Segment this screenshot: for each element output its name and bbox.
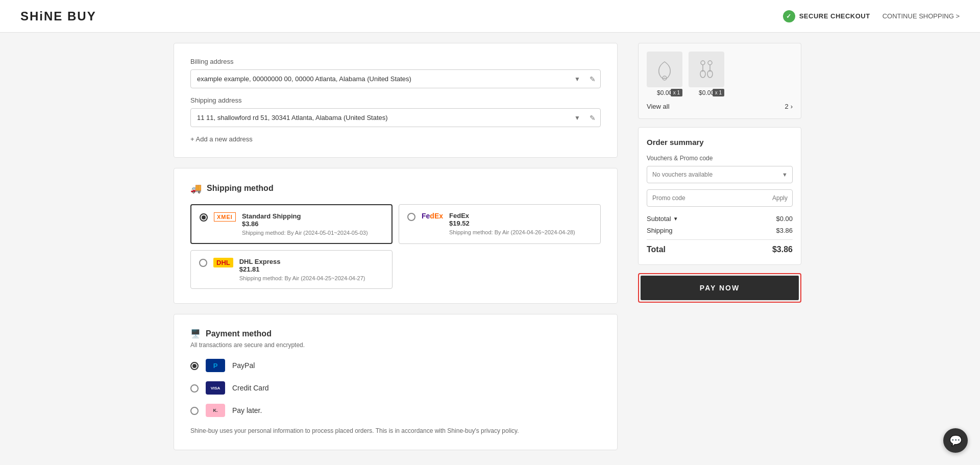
product-image-2 [689,52,724,87]
promo-apply-button[interactable]: Apply [772,194,788,202]
secure-icon: ✓ [783,10,795,22]
pay-now-button[interactable]: PAY NOW [641,276,799,300]
right-panel: x 1 $0.00 x 1 [638,43,801,303]
total-row: Total $3.86 [647,245,793,254]
svg-point-1 [701,61,705,65]
radio-fedex [407,213,415,221]
fedex-shipping-date: Shipping method: By Air (2024-04-26~2024… [449,229,592,235]
logo: SHiNE BUY [20,9,96,23]
klarna-icon: K. [206,404,225,417]
subtotal-chevron-icon: ▼ [673,216,678,222]
paypal-label: PayPal [232,361,255,370]
fedex-shipping-info: FedEx $19.52 Shipping method: By Air (20… [449,212,592,235]
fedex-shipping-name: FedEx [449,212,592,219]
shipping-truck-icon: 🚚 [190,183,202,194]
billing-label: Billing address [190,58,601,65]
subtotal-label: Subtotal ▼ [647,215,678,223]
shipping-label: Shipping [647,227,673,234]
credit-card-icon: VISA [206,381,225,395]
view-all-label: View all [647,103,670,110]
products-row: x 1 $0.00 x 1 [647,52,793,96]
standard-shipping-date: Shipping method: By Air (2024-05-01~2024… [242,230,383,236]
billing-address-wrapper: example example, 00000000 00, 00000 Atla… [190,69,601,88]
product-thumb-2: x 1 $0.00 [689,52,724,96]
payment-subtitle: All transactions are secure and encrypte… [190,341,601,349]
shipping-option-standard[interactable]: XMEI Standard Shipping $3.86 Shipping me… [190,204,393,244]
payment-option-paypal[interactable]: P PayPal [190,359,601,372]
products-card: x 1 $0.00 x 1 [638,43,801,119]
product-thumb-1: x 1 $0.00 [647,52,682,96]
voucher-select-wrapper: No vouchers available ▼ [647,166,793,183]
credit-card-label: Credit Card [232,384,269,392]
header-right: ✓ SECURE CHECKOUT CONTINUE SHOPPING > [783,10,960,22]
privacy-note: Shine-buy uses your personal information… [190,426,601,435]
payment-method-title: 🖥️ Payment method [190,329,601,338]
billing-section: Billing address example example, 0000000… [174,43,618,158]
shipping-address-wrapper: 11 11, shallowford rd 51, 30341 Atlanta,… [190,108,601,127]
secure-checkout-label: ✓ SECURE CHECKOUT [783,10,870,22]
product-badge-1: x 1 [671,89,682,96]
product-badge-2: x 1 [713,89,724,96]
xmei-logo: XMEI [214,212,236,222]
radio-credit-card [190,384,199,393]
standard-shipping-price: $3.86 [242,220,383,228]
standard-shipping-name: Standard Shipping [242,212,383,220]
billing-address-select[interactable]: example example, 00000000 00, 00000 Atla… [190,69,601,88]
radio-dhl [199,259,207,267]
payment-option-pay-later[interactable]: K. Pay later. [190,404,601,417]
payment-method-section: 🖥️ Payment method All transactions are s… [174,314,618,450]
radio-paypal [190,362,199,370]
shipping-value: $3.86 [776,227,793,234]
paypal-icon: P [206,359,225,372]
order-summary-title: Order summary [647,138,793,146]
promo-code-input[interactable] [647,189,793,207]
necklace-svg [652,57,677,82]
view-all-row[interactable]: View all 2 › [647,103,793,110]
shipping-address-label: Shipping address [190,96,601,104]
left-panel: Billing address example example, 0000000… [174,43,638,460]
promo-input-wrapper: Apply [647,189,793,207]
billing-edit-button[interactable]: ✎ [590,75,596,83]
shipping-method-title: 🚚 Shipping method [190,183,601,194]
continue-shopping-link[interactable]: CONTINUE SHOPPING > [883,12,960,20]
payment-card-icon: 🖥️ [190,329,201,338]
payment-option-credit-card[interactable]: VISA Credit Card [190,381,601,395]
shipping-method-section: 🚚 Shipping method XMEI Standard Shipping… [174,168,618,304]
add-address-link[interactable]: + Add a new address [190,135,253,143]
order-summary-card: Order summary Vouchers & Promo code No v… [638,127,801,265]
total-value: $3.86 [772,245,793,254]
shipping-row: Shipping $3.86 [647,227,793,234]
subtotal-row: Subtotal ▼ $0.00 [647,215,793,223]
radio-standard [200,213,208,222]
fedex-logo: FedEx [422,212,443,220]
shipping-address-edit-button[interactable]: ✎ [590,114,596,122]
dhl-shipping-name: DHL Express [239,258,384,265]
product-image-1 [647,52,682,87]
radio-pay-later [190,407,199,415]
shipping-option-fedex[interactable]: FedEx FedEx $19.52 Shipping method: By A… [399,204,601,244]
chevron-right-icon: › [791,103,793,110]
voucher-select[interactable]: No vouchers available [647,166,793,183]
chat-bubble[interactable]: 💬 [943,428,968,453]
header: SHiNE BUY ✓ SECURE CHECKOUT CONTINUE SHO… [0,0,980,33]
shipping-address-select[interactable]: 11 11, shallowford rd 51, 30341 Atlanta,… [190,108,601,127]
dhl-shipping-info: DHL Express $21.81 Shipping method: By A… [239,258,384,281]
pay-now-wrapper: PAY NOW [638,273,801,303]
main-content: Billing address example example, 0000000… [163,33,817,465]
voucher-label: Vouchers & Promo code [647,155,793,162]
pay-later-label: Pay later. [232,406,262,414]
shipping-options: XMEI Standard Shipping $3.86 Shipping me… [190,204,601,289]
earring-svg [694,57,719,82]
svg-point-4 [708,61,712,65]
shipping-option-dhl[interactable]: DHL DHL Express $21.81 Shipping method: … [190,250,393,289]
dhl-shipping-price: $21.81 [239,265,384,273]
dhl-shipping-date: Shipping method: By Air (2024-04-25~2024… [239,275,384,281]
view-all-count: 2 › [785,103,793,110]
total-label: Total [647,245,666,254]
dhl-logo: DHL [213,258,233,267]
subtotal-value: $0.00 [776,215,793,223]
summary-divider [647,239,793,240]
fedex-shipping-price: $19.52 [449,219,592,227]
standard-shipping-info: Standard Shipping $3.86 Shipping method:… [242,212,383,236]
